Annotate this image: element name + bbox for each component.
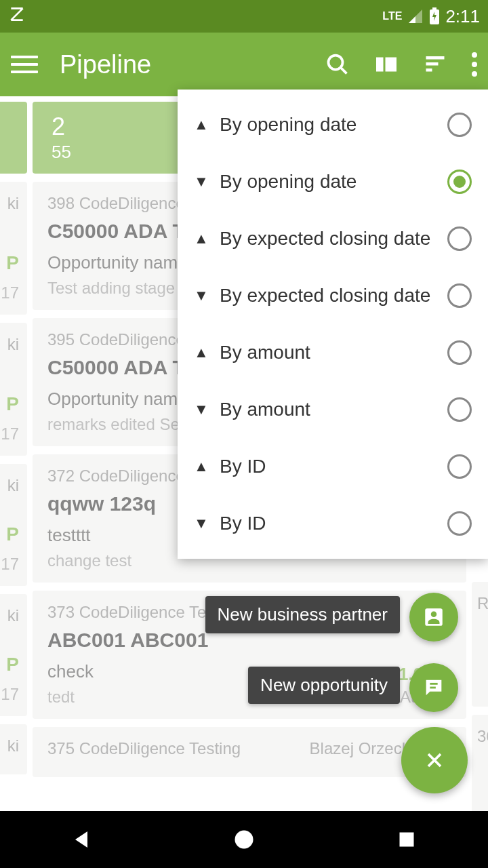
svg-rect-7	[426, 62, 439, 66]
sort-desc-icon: ▼	[194, 515, 207, 532]
svg-point-10	[431, 612, 437, 618]
sort-desc-icon: ▼	[194, 401, 207, 418]
app-bar: Pipeline	[0, 33, 488, 96]
fab-new-opportunity[interactable]	[409, 663, 458, 712]
sort-option-opening-desc[interactable]: ▼ By opening date	[178, 153, 488, 210]
svg-rect-6	[426, 56, 445, 60]
sort-option-amount-asc[interactable]: ▲ By amount	[178, 324, 488, 381]
battery-icon	[429, 7, 440, 25]
fab-label-partner: New business partner	[205, 596, 400, 633]
back-icon[interactable]	[69, 827, 94, 852]
sort-asc-icon: ▲	[194, 116, 207, 134]
sort-option-closing-desc[interactable]: ▼ By expected closing date	[178, 267, 488, 324]
radio-unselected	[447, 226, 472, 251]
fab-new-partner[interactable]	[409, 593, 458, 642]
sort-option-opening-asc[interactable]: ▲ By opening date	[178, 96, 488, 153]
fab-group: New business partner New opportunity	[401, 727, 468, 793]
search-icon[interactable]	[325, 52, 350, 77]
radio-selected	[447, 170, 472, 194]
clock: 2:11	[445, 6, 480, 27]
fab-close[interactable]	[401, 727, 468, 793]
overflow-menu-icon[interactable]	[472, 52, 477, 77]
sort-option-closing-asc[interactable]: ▲ By expected closing date	[178, 210, 488, 267]
chat-icon	[422, 676, 445, 699]
signal-icon	[407, 8, 424, 24]
network-type: LTE	[382, 10, 402, 22]
page-title: Pipeline	[60, 50, 325, 79]
sort-desc-icon: ▼	[194, 173, 207, 191]
status-bar: LTE 2:11	[0, 0, 488, 33]
navigation-bar	[0, 811, 488, 868]
menu-icon[interactable]	[11, 51, 38, 78]
svg-line-3	[341, 68, 347, 74]
recent-icon[interactable]	[394, 827, 419, 852]
svg-rect-8	[426, 68, 432, 72]
svg-point-15	[235, 831, 253, 849]
sort-option-id-asc[interactable]: ▲ By ID	[178, 438, 488, 495]
status-app-icon	[8, 5, 26, 28]
svg-rect-5	[386, 58, 397, 72]
svg-rect-4	[376, 58, 384, 72]
radio-unselected	[447, 113, 472, 137]
close-icon	[422, 748, 447, 772]
radio-unselected	[447, 397, 472, 422]
sort-asc-icon: ▲	[194, 458, 207, 475]
sort-asc-icon: ▲	[194, 344, 207, 361]
sort-option-id-desc[interactable]: ▼ By ID	[178, 495, 488, 552]
svg-rect-1	[432, 7, 436, 10]
fab-label-opportunity: New opportunity	[248, 667, 400, 704]
svg-rect-16	[400, 833, 414, 847]
sort-icon[interactable]	[423, 52, 447, 77]
radio-unselected	[447, 283, 472, 308]
person-icon	[422, 606, 445, 629]
radio-unselected	[447, 340, 472, 365]
sort-menu: ▲ By opening date ▼ By opening date ▲ By…	[178, 90, 488, 559]
radio-unselected	[447, 454, 472, 479]
svg-point-2	[329, 56, 343, 70]
radio-unselected	[447, 511, 472, 536]
sort-option-amount-desc[interactable]: ▼ By amount	[178, 381, 488, 438]
sort-asc-icon: ▲	[194, 230, 207, 248]
home-icon[interactable]	[232, 827, 256, 852]
sort-desc-icon: ▼	[194, 287, 207, 304]
view-columns-icon[interactable]	[374, 52, 399, 77]
